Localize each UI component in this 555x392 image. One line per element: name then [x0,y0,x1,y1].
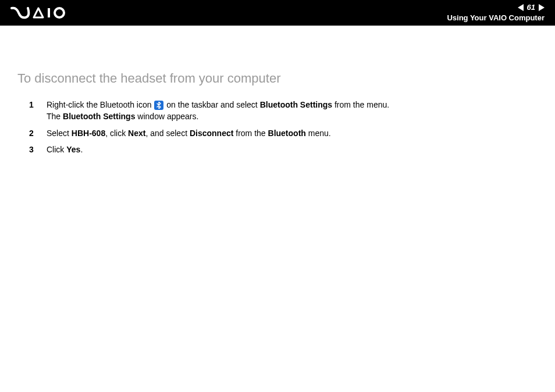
svg-point-1 [55,8,64,17]
step-text: from the menu. [332,100,389,109]
step-bold: Bluetooth Settings [260,100,332,109]
step-body: Right-click the Bluetooth icon on the ta… [47,99,538,123]
step-item: 1 Right-click the Bluetooth icon on the … [29,99,538,123]
step-item: 2 Select HBH-608, click Next, and select… [29,127,538,139]
pager: 61 [447,3,545,12]
step-number: 3 [29,144,36,155]
vaio-logo [10,0,74,26]
step-number: 1 [29,99,36,111]
step-bold: Disconnect [190,129,233,138]
step-text: . [80,145,83,154]
step-text: window appears. [135,112,198,121]
step-text: , and select [145,129,190,138]
step-number: 2 [29,127,36,139]
step-bold: Yes [66,145,80,154]
steps-list: 1 Right-click the Bluetooth icon on the … [17,99,538,155]
step-text: Select [47,129,72,138]
step-text: The [47,112,63,121]
step-text: on the taskbar and select [164,100,259,109]
step-text: , click [105,129,128,138]
step-text: menu. [306,129,331,138]
step-text: Click [47,145,66,154]
section-title: Using Your VAIO Computer [447,13,545,23]
prev-page-arrow-icon[interactable] [518,4,524,11]
page-content: To disconnect the headset from your comp… [0,26,555,155]
vaio-logo-icon [10,6,74,20]
bluetooth-icon [154,101,163,110]
step-text: Right-click the Bluetooth icon [47,100,154,109]
step-body: Click Yes. [47,144,538,155]
header-bar: 61 Using Your VAIO Computer [0,0,555,26]
page-number: 61 [527,3,535,12]
next-page-arrow-icon[interactable] [539,4,545,11]
step-body: Select HBH-608, click Next, and select D… [47,127,538,139]
step-bold: Bluetooth [268,129,306,138]
step-bold: HBH-608 [72,129,105,138]
step-text: from the [233,129,268,138]
step-bold: Next [128,129,145,138]
step-bold: Bluetooth Settings [63,112,135,121]
svg-rect-0 [48,8,50,17]
header-right: 61 Using Your VAIO Computer [447,3,545,22]
step-item: 3 Click Yes. [29,144,538,155]
page-heading: To disconnect the headset from your comp… [17,71,538,86]
